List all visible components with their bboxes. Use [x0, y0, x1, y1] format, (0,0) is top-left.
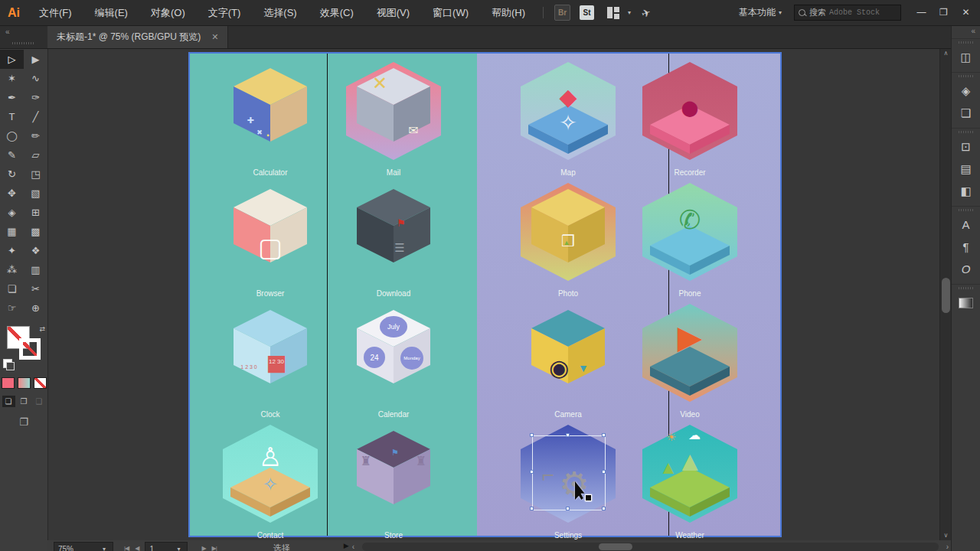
horizontal-scrollbar[interactable] [362, 543, 939, 551]
panel-pathfinder-icon[interactable]: ◧ [952, 180, 980, 202]
mode-draw-normal[interactable]: ❏ [2, 396, 15, 407]
selection-handle[interactable] [530, 470, 534, 474]
scroll-up-icon[interactable]: ∧ [940, 48, 952, 58]
last-artboard-button[interactable]: ▶| [212, 545, 217, 551]
icon-cell-store[interactable]: ♜♜⚑Store [336, 425, 451, 540]
chevron-down-icon[interactable]: ▾ [628, 9, 631, 16]
bridge-button[interactable]: Br [554, 5, 570, 21]
panel-layers-icon[interactable]: ◈ [952, 80, 980, 102]
tool-column-graph[interactable]: ▥ [24, 260, 47, 279]
tool-type[interactable]: T [0, 107, 24, 126]
tool-hand[interactable]: ☞ [0, 298, 24, 318]
stock-search-input[interactable]: 搜索 Adobe Stock [794, 5, 901, 21]
mode-draw-behind[interactable]: ❐ [18, 396, 31, 407]
icon-cell-clock[interactable]: ◼12 301 2 3 0Clock [213, 304, 328, 420]
document-tab[interactable]: 未标题-1* @ 75% (RGB/GPU 预览) ✕ [47, 25, 228, 48]
swatch-color[interactable] [2, 377, 15, 389]
panel-align-icon[interactable]: ▤ [952, 158, 980, 180]
icon-cell-calculator[interactable]: ✚✖▪Calculator [213, 62, 328, 178]
tool-eyedropper[interactable]: ✦ [0, 241, 24, 260]
selection-handle[interactable] [530, 433, 534, 437]
selection-handle[interactable] [566, 433, 570, 437]
selection-handle[interactable] [566, 507, 570, 510]
first-artboard-button[interactable]: |◀ [124, 545, 129, 551]
menu-item-object[interactable]: 对象(O) [139, 0, 197, 25]
collapse-toolbar-icon[interactable]: « [5, 28, 10, 36]
vertical-scroll-thumb[interactable] [942, 278, 950, 313]
icon-cell-recorder[interactable]: ⬤Recorder [632, 62, 747, 178]
tool-selection[interactable]: ▷ [0, 50, 24, 69]
tool-symbol-sprayer[interactable]: ⁂ [0, 260, 24, 279]
stock-button[interactable]: St [580, 5, 594, 20]
icon-cell-download[interactable]: ⚑☰Download [336, 183, 451, 299]
tool-width[interactable]: ✥ [0, 184, 24, 203]
artboard[interactable]: ✚✖▪Calculator ✕✉Mail ✧◆Map ⬤Recorder ▢Br… [190, 54, 780, 536]
scroll-right-icon[interactable]: › [946, 543, 949, 551]
share-icon[interactable]: ✈ [640, 5, 652, 20]
swap-fill-stroke-icon[interactable]: ⇄ [39, 325, 45, 333]
tool-mesh[interactable]: ▦ [0, 222, 24, 241]
previous-artboard-button[interactable]: ◀ [135, 545, 139, 551]
selection-handle[interactable] [602, 433, 606, 437]
icon-cell-mail[interactable]: ✕✉Mail [336, 62, 451, 178]
tool-artboard[interactable]: ❏ [0, 279, 24, 298]
tool-direct-selection[interactable]: ▶ [24, 50, 47, 69]
menu-item-window[interactable]: 窗口(W) [421, 0, 480, 25]
tool-pen[interactable]: ✒ [0, 88, 24, 107]
selection-handle[interactable] [530, 507, 534, 510]
tool-zoom[interactable]: ⊕ [24, 298, 47, 318]
tool-gradient[interactable]: ▩ [24, 222, 47, 241]
panel-libraries-icon[interactable]: ◫ [952, 46, 980, 68]
icon-cell-photo[interactable]: ❒▲Photo [511, 183, 626, 299]
icon-cell-video[interactable]: ▶Video [632, 304, 747, 420]
canvas-pasteboard[interactable]: ✚✖▪Calculator ✕✉Mail ✧◆Map ⬤Recorder ▢Br… [47, 48, 940, 540]
icon-cell-calendar[interactable]: July24MondayCalendar [336, 304, 451, 420]
tool-lasso[interactable]: ∿ [24, 69, 47, 88]
arrange-documents-icon[interactable] [606, 6, 620, 20]
stroke-color-swatch[interactable] [19, 338, 41, 360]
panel-paragraph-icon[interactable]: ¶ [952, 236, 980, 258]
panel-character-icon[interactable]: A [952, 214, 980, 236]
selection-bounding-box[interactable] [532, 435, 606, 510]
artboard-number-select[interactable]: 1 ▾ [145, 542, 188, 551]
vertical-scrollbar[interactable]: ∧ ∨ [939, 48, 952, 540]
workspace-switcher[interactable]: 基本功能 ▾ [739, 6, 785, 19]
selection-handle[interactable] [602, 507, 606, 510]
tool-shape-builder[interactable]: ◈ [0, 203, 24, 222]
tab-close-icon[interactable]: ✕ [211, 32, 218, 42]
icon-cell-contact[interactable]: ✧♙Contact [213, 425, 328, 540]
mode-draw-inside[interactable]: ❑ [33, 396, 46, 407]
scroll-left-icon[interactable]: ‹ [352, 543, 354, 551]
swatch-none[interactable] [34, 377, 47, 389]
icon-cell-settings[interactable]: ⚙⌐Settings [511, 425, 626, 540]
panel-gradient-icon[interactable] [952, 292, 980, 314]
menu-item-file[interactable]: 文件(F) [28, 0, 83, 25]
swatch-gradient[interactable] [18, 377, 31, 389]
tool-free-transform[interactable]: ▧ [24, 184, 47, 203]
tool-magic-wand[interactable]: ✶ [0, 69, 24, 88]
menu-item-type[interactable]: 文字(T) [197, 0, 253, 25]
maximize-button[interactable]: ❐ [933, 0, 955, 25]
default-fill-stroke-icon[interactable] [3, 359, 12, 368]
tool-line-segment[interactable]: ╱ [24, 107, 47, 126]
menu-item-help[interactable]: 帮助(H) [480, 0, 537, 25]
close-button[interactable]: ✕ [955, 0, 977, 25]
panel-opentype-icon[interactable]: O [952, 258, 980, 280]
horizontal-scroll-thumb[interactable] [599, 543, 632, 550]
menu-item-select[interactable]: 选择(S) [252, 0, 308, 25]
zoom-level-select[interactable]: 75% ▾ [54, 542, 113, 551]
expand-panels-icon[interactable]: « [952, 25, 980, 38]
panel-artboards-icon[interactable]: ❏ [952, 102, 980, 124]
menu-item-view[interactable]: 视图(V) [365, 0, 421, 25]
tool-paintbrush[interactable]: ✏ [24, 126, 47, 145]
panel-transform-icon[interactable]: ⊡ [952, 135, 980, 158]
tool-shaper[interactable]: ✎ [0, 145, 24, 165]
tool-eraser[interactable]: ▱ [24, 145, 47, 165]
icon-cell-camera[interactable]: ◉▼Camera [511, 304, 626, 420]
tool-perspective-grid[interactable]: ⊞ [24, 203, 47, 222]
icon-cell-browser[interactable]: ▢Browser [213, 183, 328, 299]
tool-ellipse[interactable]: ◯ [0, 126, 24, 145]
scroll-down-icon[interactable]: ∨ [940, 530, 952, 540]
tool-scale[interactable]: ◳ [24, 165, 47, 184]
tool-blend[interactable]: ❖ [24, 241, 47, 260]
